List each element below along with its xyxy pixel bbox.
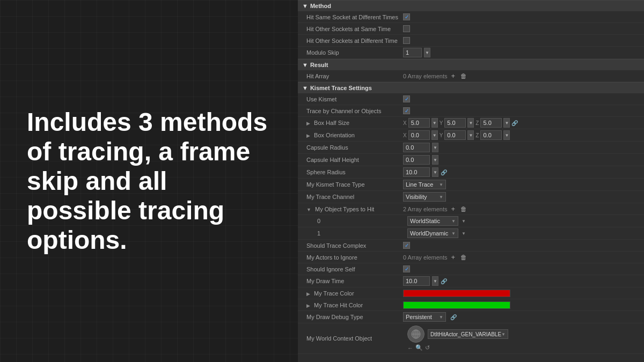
sphere-radius-input[interactable]: 10.0 [403, 167, 430, 177]
prop-box-orientation: ▶ Box Orientation X 0.0 ▼ Y 0.0 ▼ Z 0.0 … [298, 129, 644, 142]
hit-array-count: 0 Array elements [403, 73, 448, 79]
world-context-refresh-icon[interactable]: ↺ [425, 344, 430, 351]
right-panel[interactable]: ▼ Method Hit Same Socket at Different Ti… [298, 0, 644, 362]
prop-trace-channel: My Trace Channel Visibility ▼ [298, 191, 644, 203]
kismet-trace-type-dropdown[interactable]: Line Trace ▼ [403, 180, 446, 189]
draw-debug-type-arrow: ▼ [439, 315, 443, 320]
sphere-radius-value[interactable]: 10.0 ▼ 🔗 [403, 167, 640, 177]
object-types-add[interactable]: + [450, 205, 457, 213]
box-x-spin[interactable]: ▼ [431, 118, 438, 128]
prop-sphere-radius: Sphere Radius 10.0 ▼ 🔗 [298, 166, 644, 179]
box-half-size-arrow[interactable]: ▶ [306, 121, 310, 126]
prop-kismet-trace-type: My Kismet Trace Type Line Trace ▼ [298, 179, 644, 191]
box-z-input[interactable]: 5.0 [480, 118, 502, 128]
box-z-spin[interactable]: ▼ [503, 118, 510, 128]
hit-other-diff-checkbox[interactable] [403, 37, 410, 44]
box-half-size-value: X 5.0 ▼ Y 5.0 ▼ Z 5.0 ▼ 🔗 [403, 118, 640, 128]
trace-color-swatch[interactable] [403, 290, 510, 297]
hit-array-del[interactable]: 🗑 [459, 72, 469, 80]
prop-trace-color: ▶ My Trace Color [298, 287, 644, 299]
left-panel: Includes 3 methods of tracing, a frame s… [0, 0, 298, 362]
obj-0-label: 0 [311, 218, 407, 224]
object-types-label: ▼ My Object Types to Hit [306, 206, 403, 212]
should-ignore-self-checkbox[interactable] [403, 265, 410, 272]
trace-channel-dropdown[interactable]: Visibility ▼ [403, 192, 446, 202]
orient-y-spin[interactable]: ▼ [467, 130, 474, 140]
orient-z-spin[interactable]: ▼ [503, 130, 510, 140]
capsule-radius-value[interactable]: 0.0 ▼ [403, 143, 640, 152]
capsule-half-height-value[interactable]: 0.0 ▼ [403, 155, 640, 165]
method-section-header[interactable]: ▼ Method [298, 0, 644, 11]
use-kismet-checkbox[interactable] [403, 95, 410, 102]
capsule-radius-spin[interactable]: ▼ [432, 143, 438, 152]
trace-hit-color-expand[interactable]: ▶ [306, 303, 310, 308]
draw-debug-type-label: My Draw Debug Type [306, 314, 403, 320]
obj-0-value[interactable]: WorldStatic ▼ ▼ [407, 216, 640, 226]
hit-other-same-label: Hit Other Sockets at Same Time [306, 26, 403, 32]
obj-0-dropdown[interactable]: WorldStatic ▼ [407, 216, 458, 226]
orient-x-input[interactable]: 0.0 [408, 130, 430, 140]
draw-debug-type-dropdown[interactable]: Persistent ▼ [403, 312, 446, 322]
world-context-dropdown[interactable]: DtItHitActor_GEN_VARIABLE ▼ [428, 329, 508, 339]
draw-debug-type-value[interactable]: Persistent ▼ 🔗 [403, 312, 640, 322]
obj-1-dropdown[interactable]: WorldDynamic ▼ [407, 228, 458, 238]
orient-z-input[interactable]: 0.0 [480, 130, 502, 140]
kismet-section-header[interactable]: ▼ Kismet Trace Settings [298, 82, 644, 93]
world-context-search-icon[interactable]: 🔍 [415, 344, 423, 351]
box-y-spin[interactable]: ▼ [467, 118, 474, 128]
sphere-radius-spin[interactable]: ▼ [432, 167, 438, 177]
capsule-half-height-spin[interactable]: ▼ [432, 155, 438, 165]
modulo-skip-input[interactable]: 1 [403, 48, 422, 57]
object-types-expand[interactable]: ▼ [306, 207, 311, 212]
result-section-header[interactable]: ▼ Result [298, 59, 644, 70]
hit-other-same-value[interactable] [403, 25, 640, 32]
draw-time-spin[interactable]: ▼ [432, 276, 438, 286]
result-arrow: ▼ [302, 62, 308, 68]
object-types-del[interactable]: 🗑 [459, 205, 469, 213]
use-kismet-label: Use Kismet [306, 96, 403, 102]
hit-same-socket-value[interactable] [403, 13, 640, 20]
trace-by-channel-value[interactable] [403, 107, 640, 114]
box-orientation-arrow[interactable]: ▶ [306, 133, 310, 138]
hit-array-add[interactable]: + [450, 72, 457, 80]
capsule-radius-input[interactable]: 0.0 [403, 143, 430, 152]
sphere-link-icon: 🔗 [441, 169, 447, 175]
actors-to-ignore-add[interactable]: + [450, 253, 457, 261]
kismet-trace-type-value[interactable]: Line Trace ▼ [403, 180, 640, 189]
trace-by-channel-checkbox[interactable] [403, 107, 410, 114]
box-x-label: X [403, 120, 407, 126]
prop-should-trace-complex: Should Trace Complex [298, 240, 644, 252]
trace-channel-value[interactable]: Visibility ▼ [403, 192, 640, 202]
modulo-skip-spin[interactable]: ▼ [424, 48, 430, 57]
should-ignore-self-value[interactable] [403, 265, 640, 272]
capsule-half-height-input[interactable]: 0.0 [403, 155, 430, 165]
box-y-input[interactable]: 5.0 [444, 118, 466, 128]
hit-array-value: 0 Array elements + 🗑 [403, 72, 640, 80]
box-x-input[interactable]: 5.0 [408, 118, 430, 128]
world-context-back-icon[interactable]: ← [407, 345, 413, 351]
actors-to-ignore-label: My Actors to Ignore [306, 254, 403, 261]
trace-hit-color-value[interactable] [403, 301, 640, 309]
kismet-trace-type-arrow: ▼ [439, 182, 443, 187]
draw-time-value[interactable]: 10.0 ▼ 🔗 [403, 276, 640, 286]
use-kismet-value[interactable] [403, 95, 640, 102]
orient-y-label: Y [440, 132, 443, 138]
trace-hit-color-swatch[interactable] [403, 301, 510, 309]
trace-color-value[interactable] [403, 290, 640, 297]
should-trace-complex-value[interactable] [403, 242, 640, 249]
modulo-skip-value[interactable]: 1 ▼ [403, 48, 640, 57]
orient-y-input[interactable]: 0.0 [444, 130, 466, 140]
should-trace-complex-checkbox[interactable] [403, 242, 410, 249]
prop-draw-debug-type: My Draw Debug Type Persistent ▼ 🔗 [298, 311, 644, 323]
obj-1-value[interactable]: WorldDynamic ▼ ▼ [407, 228, 640, 238]
box-z-label: Z [475, 120, 479, 126]
hit-other-diff-value[interactable] [403, 37, 640, 44]
orient-x-spin[interactable]: ▼ [431, 130, 438, 140]
actors-to-ignore-del[interactable]: 🗑 [459, 254, 469, 261]
trace-color-expand[interactable]: ▶ [306, 291, 310, 297]
capsule-radius-label: Capsule Radius [306, 144, 403, 151]
hit-other-same-checkbox[interactable] [403, 25, 410, 32]
draw-time-input[interactable]: 10.0 [403, 276, 430, 286]
object-types-value: 2 Array elements + 🗑 [403, 205, 640, 213]
hit-same-socket-checkbox[interactable] [403, 13, 410, 20]
